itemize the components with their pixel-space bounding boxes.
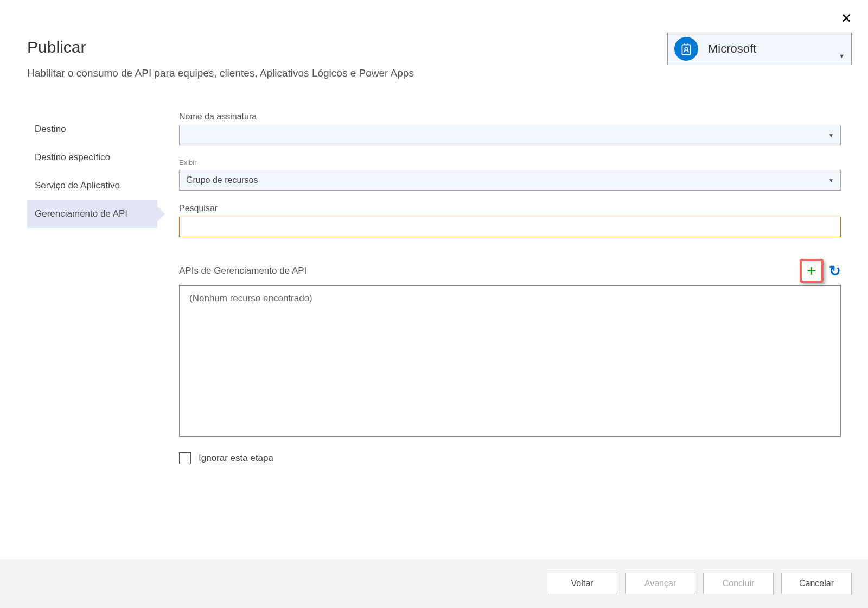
api-empty-text: (Nenhum recurso encontrado) <box>189 293 312 303</box>
sidebar-item-label: Serviço de Aplicativo <box>35 180 120 191</box>
chevron-down-icon: ▼ <box>839 53 845 59</box>
refresh-button[interactable]: ↻ <box>829 263 841 280</box>
close-button[interactable]: ✕ <box>841 11 852 26</box>
credential-icon <box>674 37 698 61</box>
plus-icon: + <box>807 263 816 279</box>
view-dropdown[interactable]: Grupo de recursos ▼ <box>179 170 841 191</box>
sidebar-item-destino[interactable]: Destino <box>27 115 157 143</box>
skip-label: Ignorar esta etapa <box>199 453 273 464</box>
account-selector[interactable]: Microsoft ▼ <box>667 33 852 65</box>
chevron-down-icon: ▼ <box>828 178 834 183</box>
footer: Voltar Avançar Concluir Cancelar <box>0 559 868 608</box>
subscription-dropdown[interactable]: ▼ <box>179 125 841 145</box>
search-label: Pesquisar <box>179 204 841 213</box>
subscription-label: Nome da assinatura <box>179 112 841 122</box>
view-label: Exibir <box>179 159 841 167</box>
view-value: Grupo de recursos <box>186 175 258 185</box>
sidebar-item-destino-especifico[interactable]: Destino específico <box>27 143 157 172</box>
api-list: (Nenhum recurso encontrado) <box>179 285 841 437</box>
chevron-down-icon: ▼ <box>828 132 834 138</box>
add-api-button[interactable]: + <box>800 259 824 283</box>
back-button[interactable]: Voltar <box>547 573 617 594</box>
skip-checkbox[interactable] <box>179 452 191 464</box>
search-input[interactable] <box>179 217 841 237</box>
sidebar: Destino Destino específico Serviço de Ap… <box>27 112 157 464</box>
finish-button[interactable]: Concluir <box>703 573 774 594</box>
next-button[interactable]: Avançar <box>625 573 695 594</box>
sidebar-item-servico-aplicativo[interactable]: Serviço de Aplicativo <box>27 172 157 200</box>
account-label: Microsoft <box>708 42 839 56</box>
cancel-button[interactable]: Cancelar <box>781 573 852 594</box>
svg-rect-0 <box>682 45 690 54</box>
sidebar-item-label: Gerenciamento de API <box>35 208 127 219</box>
main-panel: Nome da assinatura ▼ Exibir Grupo de rec… <box>179 112 841 464</box>
sidebar-item-gerenciamento-api[interactable]: Gerenciamento de API <box>27 200 157 228</box>
refresh-icon: ↻ <box>829 263 841 279</box>
sidebar-item-label: Destino <box>35 124 66 134</box>
page-subtitle: Habilitar o consumo de API para equipes,… <box>27 67 841 79</box>
sidebar-item-label: Destino específico <box>35 152 110 162</box>
api-section-label: APIs de Gerenciamento de API <box>179 265 307 276</box>
